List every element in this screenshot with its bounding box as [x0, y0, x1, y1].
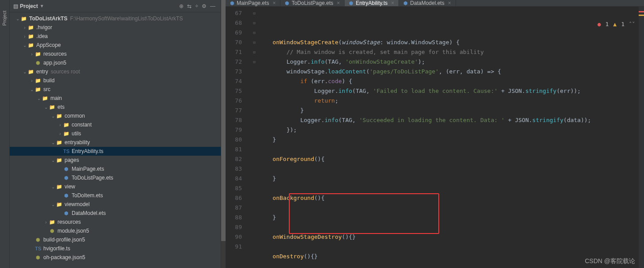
fold-marker[interactable]: ⊟ — [250, 8, 259, 18]
code-line[interactable]: onDestroy(){} — [259, 252, 639, 261]
chevron-up-down-icon[interactable]: ˄˅ — [629, 21, 635, 27]
tool-window-bar[interactable]: Project — [0, 0, 10, 268]
tree-row[interactable]: ⌄📁main — [10, 94, 221, 103]
fold-marker[interactable]: ⊟ — [250, 18, 259, 28]
code-line[interactable]: Logger.info(TAG, 'Succeeded in loading t… — [259, 115, 639, 125]
code-line[interactable]: } — [259, 174, 639, 184]
gear-icon[interactable]: ⚙ — [202, 3, 207, 9]
fold-marker[interactable]: ⊟ — [250, 47, 259, 57]
chevron-right-icon[interactable]: › — [58, 123, 63, 127]
code-line[interactable]: } — [259, 106, 639, 115]
chevron-down-icon[interactable]: ⌄ — [50, 158, 56, 163]
tree-row[interactable]: ⌄📁entryability — [10, 138, 221, 147]
code-line[interactable]: return; — [259, 96, 639, 106]
chevron-right-icon[interactable]: › — [29, 52, 34, 57]
tree-row[interactable]: ⬢build-profile.json5 — [10, 235, 221, 244]
code-line[interactable]: onBackground(){ — [259, 193, 639, 203]
code-line[interactable]: if (err.code) { — [259, 77, 639, 86]
fold-marker[interactable]: ⊟ — [250, 28, 259, 38]
code-line[interactable]: Logger.info(TAG, 'Failed to load the con… — [259, 86, 639, 96]
editor-tab[interactable]: ⬢EntryAbility.ts× — [345, 0, 399, 6]
fold-marker[interactable]: ⊟ — [250, 57, 259, 67]
code-line[interactable] — [259, 164, 639, 174]
tree-row[interactable]: ⬢ToDoListPage.ets — [10, 173, 221, 182]
tree-row[interactable]: TSEntryAbility.ts — [10, 147, 221, 156]
project-tree[interactable]: ⌄📁ToDoListArkTSF:\HarmonySoftWare\waitin… — [10, 12, 221, 268]
tree-row[interactable]: ⬢MainPage.ets — [10, 165, 221, 173]
chevron-right-icon[interactable]: › — [58, 131, 63, 136]
close-icon[interactable]: × — [337, 0, 340, 6]
chevron-down-icon[interactable]: ⌄ — [36, 96, 42, 101]
chevron-right-icon[interactable]: › — [43, 220, 49, 225]
code-area[interactable]: 6768697071727374757677787980818283848586… — [226, 7, 644, 268]
project-scrollbar[interactable] — [221, 0, 226, 268]
tree-row[interactable]: ⌄📁ToDoListArkTSF:\HarmonySoftWare\waitin… — [10, 14, 221, 23]
tree-row[interactable]: ⌄📁viewmodel — [10, 200, 221, 209]
chevron-right-icon[interactable]: › — [22, 25, 27, 30]
tree-row[interactable]: ⌄📁src — [10, 85, 221, 94]
code-line[interactable]: onWindowStageDestroy(){} — [259, 232, 639, 242]
code-line[interactable] — [259, 184, 639, 193]
tree-row[interactable]: ⬢oh-package.json5 — [10, 253, 221, 262]
tree-row[interactable]: ⬢app.json5 — [10, 58, 221, 67]
tree-row[interactable]: ⬢module.json5 — [10, 226, 221, 235]
code-line[interactable]: } — [259, 135, 639, 145]
chevron-down-icon[interactable]: ⌄ — [50, 140, 56, 145]
tree-row[interactable]: ›📁.idea — [10, 32, 221, 41]
tree-row[interactable]: ⌄📁view — [10, 182, 221, 191]
tree-row[interactable]: TShvigorfile.ts — [10, 244, 221, 253]
chevron-down-icon[interactable]: ⌄ — [29, 87, 34, 92]
tree-row[interactable]: ›📁resources — [10, 218, 221, 226]
tree-row[interactable]: ⌄📁common — [10, 111, 221, 120]
code-line[interactable]: } — [259, 213, 639, 222]
tree-row[interactable]: ⬢DataModel.ets — [10, 209, 221, 218]
tree-row[interactable]: ›📁build — [10, 76, 221, 85]
close-icon[interactable]: × — [448, 0, 451, 6]
code-line[interactable]: windowStage.loadContent('pages/ToDoListP… — [259, 67, 639, 77]
editor-tab[interactable]: ⬢ToDoListPage.ets× — [280, 0, 345, 6]
code-line[interactable] — [259, 145, 639, 154]
chevron-down-icon[interactable]: ⌄ — [50, 184, 56, 189]
code-line[interactable] — [259, 222, 639, 232]
code-editor[interactable]: onWindowStageCreate(windowStage: window.… — [259, 7, 639, 268]
tree-row[interactable]: ›📁utils — [10, 129, 221, 138]
code-line[interactable]: onWindowStageCreate(windowStage: window.… — [259, 38, 639, 47]
code-line[interactable] — [259, 203, 639, 213]
chevron-down-icon[interactable]: ⌄ — [50, 114, 56, 119]
tree-row[interactable]: ⌄📁pages — [10, 156, 221, 165]
expand-all-icon[interactable]: ⇆ — [187, 3, 192, 9]
collapse-all-icon[interactable]: ÷ — [195, 3, 198, 9]
select-opened-file-icon[interactable]: ⊕ — [179, 3, 184, 9]
chevron-right-icon[interactable]: › — [22, 34, 27, 39]
chevron-down-icon[interactable]: ⌄ — [15, 16, 20, 21]
chevron-down-icon[interactable]: ⌄ — [22, 69, 27, 74]
chevron-down-icon[interactable]: ⌄ — [22, 43, 27, 48]
project-dropdown-arrow[interactable]: ▼ — [40, 4, 44, 8]
editor-tab[interactable]: ⬢DataModel.ets× — [399, 0, 456, 6]
project-tool-tab[interactable]: Project — [0, 9, 9, 27]
chevron-down-icon[interactable]: ⌄ — [50, 202, 56, 207]
tree-row[interactable]: ›📁resources — [10, 50, 221, 58]
editor-scrollbar[interactable] — [639, 7, 644, 268]
editor-tab[interactable]: ⬢MainPage.ets× — [226, 0, 280, 6]
close-icon[interactable]: × — [272, 0, 276, 6]
chevron-right-icon[interactable]: › — [29, 78, 34, 83]
code-line[interactable]: Logger.info(TAG, 'onWindowStageCreate'); — [259, 57, 639, 67]
code-line[interactable]: onForeground(){ — [259, 154, 639, 164]
tree-row[interactable]: ›📁.hvigor — [10, 23, 221, 32]
tree-row[interactable]: ⬢ToDoItem.ets — [10, 191, 221, 200]
chevron-down-icon[interactable]: ⌄ — [43, 105, 49, 110]
code-line[interactable] — [259, 261, 639, 268]
code-line[interactable]: }); — [259, 125, 639, 135]
code-line[interactable]: // Main window is created, set main page… — [259, 47, 639, 57]
fold-marker[interactable]: ⊟ — [250, 38, 259, 47]
hide-panel-icon[interactable]: — — [210, 3, 215, 9]
tree-row[interactable]: ⌄📁AppScope — [10, 41, 221, 50]
inspection-status[interactable]: ●1 ▲1 ˄˅ — [598, 21, 635, 27]
tree-row[interactable]: ›📁constant — [10, 120, 221, 129]
code-line[interactable] — [259, 242, 639, 252]
close-icon[interactable]: × — [391, 0, 394, 6]
tree-row[interactable]: ⌄📁ets — [10, 103, 221, 111]
tree-row[interactable]: ⌄📁entrysources root — [10, 67, 221, 76]
fold-gutter[interactable]: ⊟⊟⊟⊟⊟⊟ — [250, 7, 259, 268]
